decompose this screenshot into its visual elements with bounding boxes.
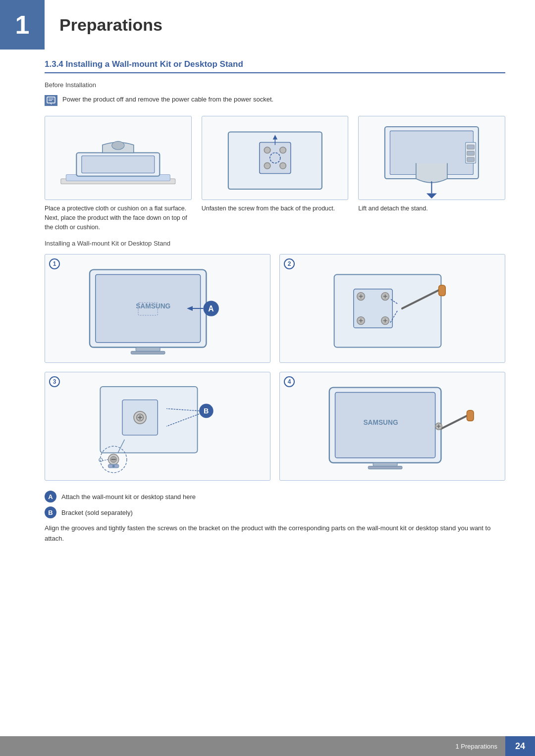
section-heading: 1.3.4 Installing a Wall-mount Kit or Des… <box>45 59 505 73</box>
install-section-label: Installing a Wall-mount Kit or Desktop S… <box>45 240 505 247</box>
step-box-1: 1 SAMSUNG A <box>45 254 270 363</box>
svg-rect-27 <box>136 348 160 352</box>
svg-rect-76 <box>467 410 474 421</box>
svg-rect-48 <box>438 285 445 296</box>
image-box-1 <box>45 116 192 200</box>
footer-page-number: 24 <box>505 736 535 756</box>
svg-rect-74 <box>368 466 402 469</box>
svg-point-14 <box>279 162 286 169</box>
note-text: Power the product off and remove the pow… <box>62 95 273 104</box>
legend-circle-a: A <box>45 491 56 503</box>
caption-3: Lift and detach the stand. <box>358 204 505 213</box>
caption-1: Place a protective cloth or cushion on a… <box>45 204 192 232</box>
chapter-number-block: 1 <box>0 0 45 50</box>
legend-text-b: Bracket (sold separately) <box>61 509 133 516</box>
svg-point-11 <box>264 147 270 153</box>
page-footer: 1 Preparations 24 <box>0 736 535 756</box>
svg-rect-20 <box>467 145 475 149</box>
step-box-3: 3 B <box>45 372 270 481</box>
image-box-3 <box>358 116 505 200</box>
svg-point-12 <box>279 147 286 153</box>
footer-chapter-label: 1 Preparations <box>455 743 505 750</box>
svg-text:SAMSUNG: SAMSUNG <box>136 302 170 310</box>
caption-2: Unfasten the screw from the back of the … <box>202 204 349 213</box>
before-installation-label: Before Installation <box>45 81 505 89</box>
svg-text:O: O <box>99 457 103 463</box>
svg-point-69 <box>112 465 114 467</box>
step-box-2: 2 <box>279 254 505 363</box>
svg-rect-28 <box>131 352 165 354</box>
final-paragraph: Align the grooves and tightly fasten the… <box>45 523 505 544</box>
step-images-row: Place a protective cloth or cushion on a… <box>45 116 505 232</box>
svg-point-13 <box>264 162 270 169</box>
chapter-title: Preparations <box>59 15 162 35</box>
image-box-2 <box>202 116 349 200</box>
image-cell-2: Unfasten the screw from the back of the … <box>202 116 349 232</box>
svg-point-8 <box>112 141 124 150</box>
svg-text:SAMSUNG: SAMSUNG <box>363 419 398 426</box>
svg-line-67 <box>103 459 108 461</box>
legend-row-b: B Bracket (sold separately) <box>45 506 505 518</box>
svg-rect-22 <box>467 157 475 161</box>
chapter-header: 1 Preparations <box>0 0 535 50</box>
note-icon <box>45 95 57 106</box>
main-content: 1.3.4 Installing a Wall-mount Kit or Des… <box>45 59 505 544</box>
svg-line-75 <box>441 414 470 429</box>
legend-circle-b: B <box>45 506 56 518</box>
svg-rect-7 <box>82 156 155 173</box>
image-cell-1: Place a protective cloth or cushion on a… <box>45 116 192 232</box>
note-row: Power the product off and remove the pow… <box>45 95 505 106</box>
image-cell-3: Lift and detach the stand. <box>358 116 505 232</box>
svg-text:A: A <box>208 304 214 313</box>
svg-rect-21 <box>467 151 475 155</box>
legend-text-a: Attach the wall-mount kit or desktop sta… <box>61 493 196 501</box>
svg-rect-73 <box>373 463 397 466</box>
svg-rect-10 <box>260 143 291 174</box>
chapter-number: 1 <box>15 10 30 40</box>
legend-row-a: A Attach the wall-mount kit or desktop s… <box>45 491 505 503</box>
step-grid: 1 SAMSUNG A 2 <box>45 254 505 481</box>
svg-rect-0 <box>47 97 55 103</box>
step-box-4: 4 SAMSUNG <box>279 372 505 481</box>
svg-text:B: B <box>204 407 209 415</box>
